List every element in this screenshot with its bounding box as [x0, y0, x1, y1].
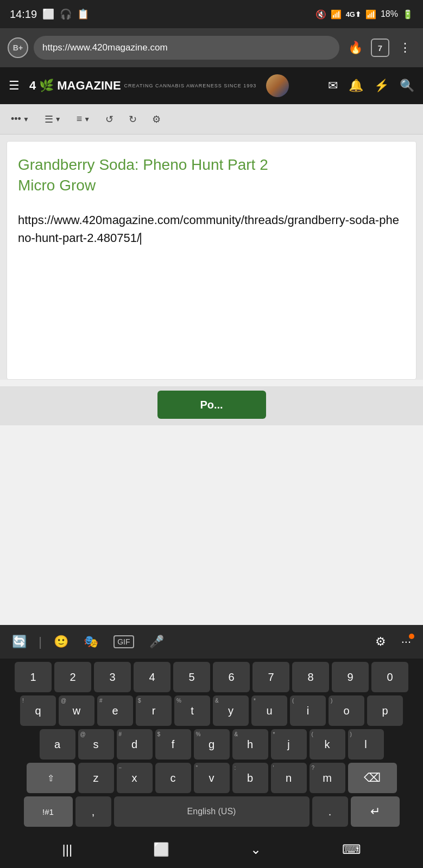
signal-icon: 📶	[365, 9, 376, 20]
network-4g: 4G⬆	[346, 10, 361, 18]
key-5[interactable]: 5	[173, 662, 210, 692]
keyboard-settings-btn[interactable]: ⚙	[371, 633, 390, 651]
backspace-key[interactable]: ⌫	[348, 763, 397, 793]
post-reply-button[interactable]: Po...	[157, 391, 266, 419]
divider: |	[39, 634, 42, 649]
undo-btn[interactable]: ↺	[102, 111, 117, 127]
translate-btn[interactable]: 🔄	[8, 633, 31, 651]
wifi-icon: 📶	[331, 9, 342, 20]
list-btn[interactable]: ≡ ▼	[73, 111, 93, 127]
key-d[interactable]: #d	[117, 729, 153, 760]
zxcvbnm-row: ⇧ z −x c "v :b 'n ?m ⌫	[2, 763, 421, 793]
key-g[interactable]: %g	[194, 729, 230, 760]
key-z[interactable]: z	[78, 763, 114, 793]
list-chevron-icon: ▼	[84, 116, 90, 123]
emoji-btn[interactable]: 🙂	[49, 633, 73, 651]
editor-url-text: https://www.420magazine.com/community/th…	[18, 211, 405, 247]
key-3[interactable]: 3	[94, 662, 131, 692]
mail-icon[interactable]: ✉	[328, 79, 338, 93]
hamburger-icon[interactable]: ☰	[9, 79, 20, 93]
text-cursor	[140, 233, 141, 245]
comma-key[interactable]: ,	[75, 796, 111, 827]
key-n[interactable]: 'n	[271, 763, 307, 793]
translate-icon: 🔄	[12, 635, 27, 649]
key-f[interactable]: $f	[155, 729, 191, 760]
chevron-down-icon: ▼	[23, 116, 29, 123]
more-options-icon[interactable]: ⋮	[395, 37, 415, 58]
site-logo[interactable]: 4 🌿 MAGAZINE CREATING CANNABIS AWARENESS…	[29, 79, 256, 93]
url-bar[interactable]: https://www.420magazine.com	[34, 36, 339, 60]
mic-btn[interactable]: 🎤	[145, 633, 168, 651]
key-p[interactable]: p	[367, 695, 403, 726]
key-l[interactable]: )l	[348, 729, 384, 760]
keyboard-bottom-nav: ||| ⬜ ⌄ ⌨	[0, 831, 423, 868]
key-7[interactable]: 7	[252, 662, 289, 692]
key-a[interactable]: a	[40, 729, 75, 760]
browser-badge[interactable]: B+	[8, 37, 28, 58]
key-w[interactable]: @w	[59, 695, 94, 726]
symbols-key[interactable]: !#1	[24, 796, 73, 827]
key-r[interactable]: $r	[136, 695, 172, 726]
avatar[interactable]	[266, 74, 289, 97]
enter-key[interactable]: ↵	[351, 796, 400, 827]
redo-btn[interactable]: ↻	[125, 111, 140, 127]
clipboard-icon: 📋	[77, 8, 89, 20]
asdf-row: a @s #d $f %g &h *j (k )l	[2, 729, 421, 760]
more-kbd-btn-wrapper: ···	[397, 633, 415, 651]
key-1[interactable]: 1	[15, 662, 52, 692]
mute-icon: 🔇	[315, 9, 326, 20]
editor-toolbar: ••• ▼ ☰ ▼ ≡ ▼ ↺ ↻ ⚙	[0, 104, 423, 135]
url-text: https://www.420magazine.com	[42, 42, 168, 53]
key-9[interactable]: 9	[332, 662, 369, 692]
lightning-icon[interactable]: ⚡	[374, 79, 389, 93]
key-b[interactable]: :b	[232, 763, 268, 793]
settings-btn[interactable]: ⚙	[149, 111, 164, 127]
key-u[interactable]: *u	[251, 695, 287, 726]
logo-leaf-icon: 🌿	[39, 79, 54, 93]
key-6[interactable]: 6	[213, 662, 250, 692]
period-key[interactable]: .	[312, 796, 348, 827]
recents-nav-btn[interactable]: ⌄	[250, 842, 261, 857]
key-m[interactable]: ?m	[310, 763, 345, 793]
qwerty-row: !q @w #e $r %t &y *u (i )o p	[2, 695, 421, 726]
more-toolbar-btn[interactable]: ••• ▼	[8, 111, 33, 127]
key-q[interactable]: !q	[20, 695, 56, 726]
key-s[interactable]: @s	[78, 729, 114, 760]
home-nav-btn[interactable]: ⬜	[153, 842, 169, 857]
status-time: 14:19	[10, 8, 37, 21]
key-8[interactable]: 8	[292, 662, 329, 692]
key-x[interactable]: −x	[117, 763, 153, 793]
shift-key[interactable]: ⇧	[27, 763, 75, 793]
key-k[interactable]: (k	[310, 729, 345, 760]
tab-counter[interactable]: 7	[371, 39, 389, 57]
key-t[interactable]: %t	[174, 695, 210, 726]
key-c[interactable]: c	[155, 763, 191, 793]
key-j[interactable]: *j	[271, 729, 307, 760]
battery-icon: 🔋	[402, 9, 413, 20]
align-btn[interactable]: ☰ ▼	[41, 111, 65, 127]
gear-icon: ⚙	[375, 635, 386, 649]
search-icon[interactable]: 🔍	[400, 79, 414, 93]
space-key[interactable]: English (US)	[114, 796, 310, 827]
sticker-btn[interactable]: 🎭	[79, 633, 103, 651]
key-i[interactable]: (i	[290, 695, 326, 726]
fire-icon[interactable]: 🔥	[345, 37, 365, 58]
button-area: Po...	[0, 386, 423, 425]
gif-btn[interactable]: GIF	[109, 633, 138, 650]
key-h[interactable]: &h	[232, 729, 268, 760]
key-4[interactable]: 4	[134, 662, 171, 692]
editor-container: ••• ▼ ☰ ▼ ≡ ▼ ↺ ↻ ⚙ Grandberry Soda: Phe…	[0, 104, 423, 380]
editor-content[interactable]: Grandberry Soda: Pheno Hunt Part 2 Micro…	[7, 141, 416, 380]
key-2[interactable]: 2	[54, 662, 91, 692]
key-e[interactable]: #e	[97, 695, 133, 726]
site-nav: ☰ 4 🌿 MAGAZINE CREATING CANNABIS AWARENE…	[0, 67, 423, 104]
keyboard-hide-btn[interactable]: ⌨	[342, 842, 361, 857]
key-o[interactable]: )o	[329, 695, 364, 726]
bell-icon[interactable]: 🔔	[349, 79, 363, 93]
key-0[interactable]: 0	[371, 662, 408, 692]
gif-icon: GIF	[113, 635, 134, 648]
key-v[interactable]: "v	[194, 763, 230, 793]
back-nav-btn[interactable]: |||	[62, 842, 72, 857]
microphone-icon: 🎤	[149, 635, 164, 649]
key-y[interactable]: &y	[213, 695, 249, 726]
